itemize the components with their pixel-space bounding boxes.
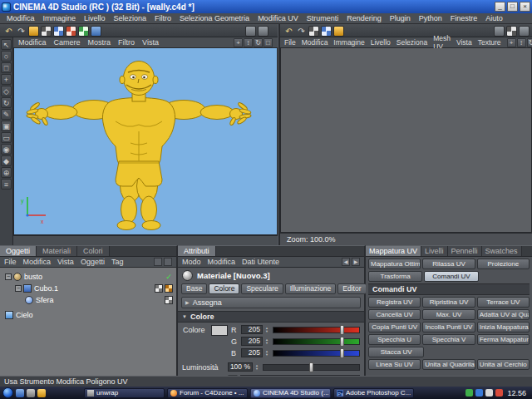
fill-tool[interactable]: ◉ <box>1 144 12 155</box>
maximize-button[interactable]: □ <box>507 2 518 12</box>
toggle-view-icon[interactable]: □ <box>264 38 273 47</box>
uvw-tag-icon[interactable] <box>165 284 173 293</box>
mat-tab-illuminazione[interactable]: Illuminazione <box>285 283 337 294</box>
tab-attributi[interactable]: Attributi <box>178 246 216 256</box>
expander-icon[interactable]: − <box>5 273 12 280</box>
selection-tool[interactable]: ↖ <box>1 39 12 50</box>
brush-tool[interactable]: ✎ <box>1 109 12 120</box>
tray-icon-shield[interactable] <box>466 389 473 397</box>
move-tool[interactable]: + <box>1 74 12 85</box>
grid-icon[interactable] <box>506 26 517 37</box>
redo-icon[interactable]: ↷ <box>296 26 307 37</box>
texture-icon[interactable] <box>333 26 344 37</box>
tree-row-sfera[interactable]: Sfera <box>0 294 176 306</box>
inizia-mappatura-button[interactable]: Inizia Mappatura Int. <box>477 322 530 332</box>
menu-aiuto[interactable]: Aiuto <box>485 14 503 22</box>
rilassa-uv-button[interactable]: Rilassa UV <box>422 259 475 269</box>
tray-icon-network[interactable] <box>475 389 483 397</box>
color-section-header[interactable]: ▼ Colore <box>178 311 364 323</box>
menu-rendering[interactable]: Rendering <box>347 14 382 22</box>
quick-launch-icon-3[interactable] <box>37 389 46 397</box>
slider-knob[interactable] <box>309 362 313 372</box>
copia-punti-uv-button[interactable]: Copia Punti UV <box>368 322 421 332</box>
proiezione-button[interactable]: Proiezione <box>477 259 530 269</box>
magnify-tool[interactable]: ⊕ <box>1 167 12 178</box>
tex-menu-modifica[interactable]: Modifica <box>302 38 328 47</box>
zoom-view-icon[interactable]: ↕ <box>517 38 526 47</box>
tab-livelli[interactable]: Livelli <box>421 246 448 256</box>
tree-row-cubo[interactable]: − Cubo.1 <box>0 283 176 294</box>
checker-dark-icon[interactable] <box>321 26 332 37</box>
tree-row-busto[interactable]: − busto ✓ <box>0 271 176 283</box>
live-selection-tool[interactable]: ○ <box>1 51 12 62</box>
start-button[interactable] <box>2 387 13 398</box>
vp-menu-mostra[interactable]: Mostra <box>88 38 111 47</box>
colorpicker-tool[interactable]: ◆ <box>1 155 12 166</box>
tab-oggetti[interactable]: Oggetti <box>0 246 37 256</box>
attr-menu-modifica[interactable]: Modifica <box>208 258 236 266</box>
terrace-uv-button[interactable]: Terrace UV <box>477 297 530 308</box>
unita-quadrilatero-button[interactable]: Unita al Quadrilatero <box>422 359 475 370</box>
taskbar-clock[interactable]: 12.56 <box>505 389 528 397</box>
adatta-uv-button[interactable]: Adatta UV al Quadro <box>477 309 530 320</box>
mat-tab-speculare[interactable]: Speculare <box>241 283 283 294</box>
task-photoshop[interactable]: Ps Adobe Photoshop C... <box>333 388 414 398</box>
cancella-uv-button[interactable]: Cancella UV <box>368 309 421 320</box>
blue-slider[interactable] <box>273 350 360 357</box>
rotate-view-icon[interactable]: ↻ <box>527 38 532 47</box>
slider-knob[interactable] <box>340 337 344 347</box>
menu-seleziona-geometria[interactable]: Seleziona Geometria <box>180 14 249 22</box>
mat-tab-editor[interactable]: Editor <box>337 283 366 294</box>
tex-menu-vista[interactable]: Vista <box>456 38 472 47</box>
stamp-tool[interactable]: ▣ <box>1 121 12 131</box>
eraser-tool[interactable]: ▭ <box>1 132 12 143</box>
pan-view-icon[interactable]: + <box>507 38 516 47</box>
stacca-uv-button[interactable]: Stacca UV <box>368 347 424 357</box>
om-menu-tag[interactable]: Tag <box>111 258 124 266</box>
tab-materiali[interactable]: Materiali <box>37 246 77 256</box>
layer-manager-icon[interactable] <box>494 26 505 37</box>
lock-icon[interactable] <box>258 26 268 37</box>
tex-menu-file[interactable]: File <box>284 38 296 47</box>
task-unwrap[interactable]: unwrap <box>84 388 165 398</box>
menu-modifica[interactable]: Modifica <box>7 14 35 22</box>
history-forward-icon[interactable]: ▶ <box>352 258 360 266</box>
enable-check-icon[interactable]: ✓ <box>165 273 173 281</box>
menu-modifica-uv[interactable]: Modifica UV <box>258 14 298 22</box>
new-texture-icon[interactable] <box>41 26 52 37</box>
specchia-u-button[interactable]: Specchia U <box>368 334 421 345</box>
tray-icon-volume[interactable] <box>485 389 493 397</box>
expander-icon[interactable]: − <box>15 285 22 292</box>
texture-blue-icon[interactable] <box>53 26 64 37</box>
task-browser[interactable]: Forum - C4Dzone • ... <box>167 388 248 398</box>
vp-menu-vista[interactable]: Vista <box>142 38 159 47</box>
brightness-value[interactable]: 100 % <box>228 362 253 372</box>
pan-view-icon[interactable]: + <box>234 38 243 47</box>
undo-icon[interactable]: ↶ <box>283 26 294 37</box>
incolla-punti-uv-button[interactable]: Incolla Punti UV <box>422 322 475 332</box>
material-preview[interactable] <box>182 270 193 281</box>
raybrush-icon[interactable] <box>245 26 256 37</box>
comandi-uv-button[interactable]: Comandi UV <box>424 271 478 282</box>
mappatura-ottimale-button[interactable]: Mappatura Ottimale <box>368 259 421 269</box>
object-label[interactable]: busto <box>24 273 42 281</box>
object-label[interactable]: Cielo <box>16 311 33 319</box>
linea-su-uv-button[interactable]: Linea Su UV <box>368 359 421 370</box>
brightness-slider[interactable] <box>263 364 360 371</box>
checker-light-icon[interactable] <box>308 26 319 37</box>
quick-launch-icon-2[interactable] <box>27 389 35 397</box>
om-menu-modifica[interactable]: Modifica <box>23 258 52 266</box>
object-label[interactable]: Cubo.1 <box>34 284 58 293</box>
vp-menu-filtro[interactable]: Filtro <box>118 38 135 47</box>
channel-r-value[interactable]: 205 <box>241 325 263 334</box>
rotate-view-icon[interactable]: ↻ <box>254 38 263 47</box>
tex-menu-seleziona[interactable]: Seleziona <box>397 38 427 47</box>
ripristina-uv-button[interactable]: Ripristina UV <box>422 297 475 308</box>
menu-livello[interactable]: Livello <box>84 14 106 22</box>
scale-tool[interactable]: ◇ <box>1 86 12 96</box>
red-slider[interactable] <box>273 327 360 333</box>
redo-icon[interactable]: ↷ <box>16 26 27 37</box>
tab-pennelli[interactable]: Pennelli <box>448 246 482 256</box>
green-slider[interactable] <box>273 338 360 345</box>
menu-python[interactable]: Python <box>419 14 442 22</box>
